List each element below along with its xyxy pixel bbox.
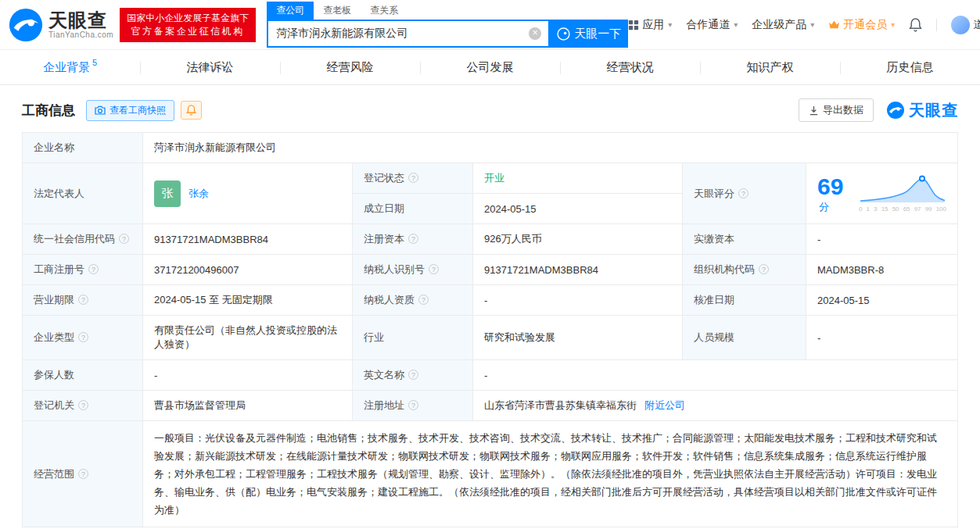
section-right-tools: 导出数据 天眼查 — [799, 98, 958, 122]
help-icon[interactable]: ? — [738, 188, 748, 198]
value-industry: 研究和试验发展 — [473, 316, 683, 360]
tab-operating-status[interactable]: 经营状况 — [560, 50, 700, 84]
row-business-term: 营业期限? 2024-05-15 至 无固定期限 纳税人资质? - 核准日期 2… — [23, 285, 958, 316]
nav-apps[interactable]: 应用 ▾ — [628, 18, 672, 32]
tab-label: 历史信息 — [887, 60, 934, 75]
nav-user[interactable]: 道泽 ▾ — [951, 16, 980, 34]
help-icon[interactable]: ? — [78, 469, 88, 479]
chevron-down-icon: ▾ — [668, 20, 672, 29]
label-reg-number: 工商注册号? — [23, 255, 143, 285]
label-insured-count: 参保人数 — [23, 360, 143, 391]
search-input[interactable] — [268, 21, 548, 46]
label-business-scope: 经营范围? — [23, 421, 143, 527]
value-reg-address: 山东省菏泽市曹县苏集镇幸福东街附近公司 — [473, 391, 958, 421]
nav-user-label: 道泽 — [973, 18, 980, 32]
business-info-table: 企业名称 菏泽市润永新能源有限公司 法定代表人 张 张余 登记状态? 开业 天眼… — [22, 132, 958, 527]
section-title: 工商信息 — [22, 102, 75, 120]
search-box: × — [267, 20, 550, 48]
section-header: 工商信息 查看工商快照 导出数据 天眼查 — [0, 85, 980, 132]
label-industry: 行业 — [353, 316, 473, 360]
row-company-name: 企业名称 菏泽市润永新能源有限公司 — [23, 133, 958, 163]
help-icon[interactable]: ? — [88, 264, 99, 274]
help-icon[interactable]: ? — [408, 234, 418, 244]
value-reg-number: 371721200496007 — [143, 255, 353, 285]
legal-rep-avatar[interactable]: 张 — [154, 181, 181, 207]
value-paid-capital: - — [806, 224, 958, 255]
nav-cooperation[interactable]: 合作通道 ▾ — [686, 18, 738, 32]
value-org-code: MADM3BBR-8 — [806, 255, 958, 285]
tianyancha-eye-icon — [8, 7, 44, 43]
nearby-companies-link[interactable]: 附近公司 — [644, 399, 685, 411]
tab-company-development[interactable]: 公司发展 — [420, 50, 560, 84]
tab-company-background[interactable]: 企业背景 5 — [0, 50, 140, 84]
nav-enterprise[interactable]: 企业级产品 ▾ — [752, 18, 814, 32]
label-taxpayer-qualification: 纳税人资质? — [353, 285, 473, 316]
snapshot-button-label: 查看工商快照 — [109, 104, 166, 117]
tab-history-info[interactable]: 历史信息 — [840, 50, 980, 84]
tab-intellectual-property[interactable]: 知识产权 — [700, 50, 840, 84]
score-axis-ticks: 0131550659799100 — [859, 206, 946, 213]
search-tabs: 查公司 查老板 查关系 — [267, 2, 628, 20]
export-data-button[interactable]: 导出数据 — [799, 98, 874, 122]
help-icon[interactable]: ? — [408, 173, 418, 183]
grid-icon — [628, 20, 639, 30]
nav-vip[interactable]: 开通会员 ▾ — [828, 18, 895, 32]
snapshot-button[interactable]: 查看工商快照 — [86, 100, 174, 121]
label-credit-code: 统一社会信用代码? — [23, 224, 143, 255]
nav-cooperation-label: 合作通道 — [686, 18, 730, 32]
label-org-code: 组织机构代码? — [683, 255, 806, 285]
search-area: 查公司 查老板 查关系 × 天眼一下 — [267, 2, 628, 48]
help-icon[interactable]: ? — [78, 295, 88, 305]
top-header: 天眼查 TianYanCha.com 国家中小企业发展子基金旗下 官方备案企业征… — [0, 0, 980, 49]
chevron-down-icon: ▾ — [810, 20, 814, 29]
help-icon[interactable]: ? — [408, 370, 418, 380]
tab-count-badge: 5 — [92, 58, 97, 67]
logo-text: 天眼查 TianYanCha.com — [48, 10, 113, 39]
value-company-type: 有限责任公司（非自然人投资或控股的法人独资） — [143, 316, 353, 360]
search-tab-company[interactable]: 查公司 — [267, 2, 314, 20]
row-credit-code: 统一社会信用代码? 91371721MADM3BBR84 注册资本? 926万人… — [23, 224, 958, 255]
help-icon[interactable]: ? — [78, 400, 88, 410]
help-icon[interactable]: ? — [119, 234, 129, 244]
row-reg-number: 工商注册号? 371721200496007 纳税人识别号? 91371721M… — [23, 255, 958, 285]
tianyancha-logo[interactable]: 天眼查 TianYanCha.com — [8, 7, 113, 43]
nav-enterprise-label: 企业级产品 — [752, 18, 806, 32]
tab-label: 企业背景 — [43, 60, 90, 75]
certification-badge: 国家中小企业发展子基金旗下 官方备案企业征信机构 — [120, 8, 256, 42]
notification-bell-button[interactable] — [909, 18, 922, 32]
help-icon[interactable]: ? — [78, 332, 88, 342]
camera-icon — [95, 105, 106, 115]
value-credit-code: 91371721MADM3BBR84 — [143, 224, 353, 255]
value-reg-status: 开业 — [473, 163, 683, 194]
help-icon[interactable]: ? — [429, 264, 439, 274]
tab-label: 知识产权 — [747, 60, 794, 75]
search-button-label: 天眼一下 — [574, 27, 621, 41]
tab-label: 公司发展 — [467, 60, 514, 75]
row-business-scope: 经营范围? 一般项目：光伏设备及元器件制造；电池销售；技术服务、技术开发、技术咨… — [23, 421, 958, 527]
page-tabs: 企业背景 5 法律诉讼 经营风险 公司发展 经营状况 知识产权 历史信息 — [0, 49, 980, 85]
value-taxpayer-id: 91371721MADM3BBR84 — [473, 255, 683, 285]
nav-vip-label: 开通会员 — [843, 18, 887, 32]
label-company-type: 企业类型? — [23, 316, 143, 360]
label-paid-capital: 实缴资本 — [683, 224, 806, 255]
tab-legal-proceedings[interactable]: 法律诉讼 — [140, 50, 280, 84]
monitor-bell-button[interactable] — [181, 101, 202, 120]
brand-name: 天眼查 — [909, 100, 958, 121]
bell-icon — [909, 18, 922, 32]
help-icon[interactable]: ? — [408, 400, 418, 410]
top-nav: 应用 ▾ 合作通道 ▾ 企业级产品 ▾ 开通会员 ▾ 道泽 — [628, 16, 980, 34]
legal-rep-link[interactable]: 张余 — [188, 187, 209, 201]
tab-operating-risk[interactable]: 经营风险 — [280, 50, 420, 84]
help-icon[interactable]: ? — [759, 264, 769, 274]
download-icon — [809, 105, 819, 116]
value-staff-size: - — [806, 316, 958, 360]
chevron-down-icon: ▾ — [891, 20, 895, 29]
label-approval-date: 核准日期 — [683, 285, 806, 316]
value-insured-count: - — [143, 360, 353, 391]
search-button[interactable]: 天眼一下 — [550, 20, 628, 48]
label-english-name: 英文名称? — [353, 360, 473, 391]
search-tab-boss[interactable]: 查老板 — [314, 2, 361, 20]
search-tab-relation[interactable]: 查关系 — [361, 2, 407, 20]
label-company-name: 企业名称 — [23, 133, 143, 163]
help-icon[interactable]: ? — [418, 295, 429, 305]
